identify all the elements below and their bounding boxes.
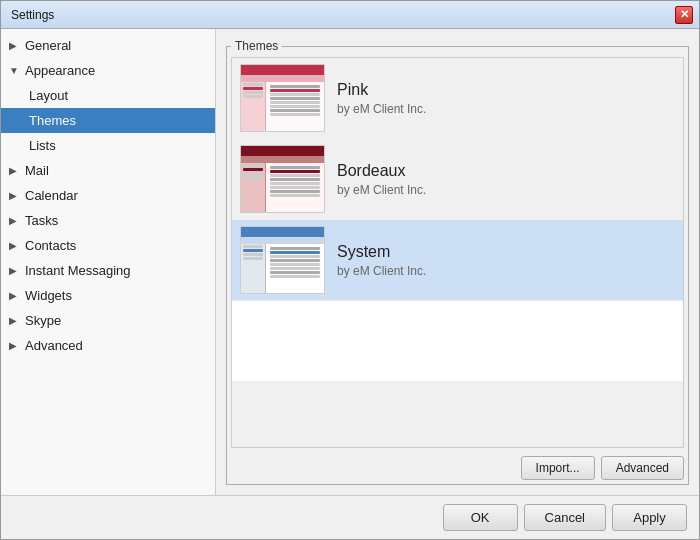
chevron-right-icon-calendar: ▶ (9, 190, 21, 201)
sidebar-item-calendar[interactable]: ▶ Calendar (1, 183, 215, 208)
theme-author-bordeaux: by eM Client Inc. (337, 183, 675, 197)
sidebar-item-lists[interactable]: Lists (1, 133, 215, 158)
themes-legend: Themes (231, 39, 282, 53)
theme-name-pink: Pink (337, 81, 675, 99)
theme-name-bordeaux: Bordeaux (337, 162, 675, 180)
themes-list[interactable]: Pink by eM Client Inc. (231, 57, 684, 448)
cancel-button[interactable]: Cancel (524, 504, 606, 531)
theme-preview-pink (240, 64, 325, 132)
theme-info-bordeaux: Bordeaux by eM Client Inc. (337, 162, 675, 197)
themes-action-buttons: Import... Advanced (231, 456, 684, 480)
title-bar: Settings ✕ (1, 1, 699, 29)
sidebar-item-skype[interactable]: ▶ Skype (1, 308, 215, 333)
theme-item-pink[interactable]: Pink by eM Client Inc. (232, 58, 683, 139)
sidebar-item-tasks[interactable]: ▶ Tasks (1, 208, 215, 233)
chevron-right-icon: ▶ (9, 40, 21, 51)
theme-name-system: System (337, 243, 675, 261)
theme-author-system: by eM Client Inc. (337, 264, 675, 278)
themes-fieldset: Themes (226, 39, 689, 485)
sidebar: ▶ General ▼ Appearance Layout Themes Lis… (1, 29, 216, 495)
chevron-right-icon-skype: ▶ (9, 315, 21, 326)
sidebar-item-instant-messaging[interactable]: ▶ Instant Messaging (1, 258, 215, 283)
theme-preview-system (240, 226, 325, 294)
sidebar-item-general[interactable]: ▶ General (1, 33, 215, 58)
close-button[interactable]: ✕ (675, 6, 693, 24)
theme-item-bordeaux[interactable]: Bordeaux by eM Client Inc. (232, 139, 683, 220)
chevron-right-icon-tasks: ▶ (9, 215, 21, 226)
dialog-footer: OK Cancel Apply (1, 495, 699, 539)
sidebar-item-widgets[interactable]: ▶ Widgets (1, 283, 215, 308)
chevron-right-icon-mail: ▶ (9, 165, 21, 176)
theme-author-pink: by eM Client Inc. (337, 102, 675, 116)
chevron-right-icon-im: ▶ (9, 265, 21, 276)
sidebar-item-layout[interactable]: Layout (1, 83, 215, 108)
theme-info-pink: Pink by eM Client Inc. (337, 81, 675, 116)
main-content: Themes (216, 29, 699, 495)
empty-space (232, 301, 683, 381)
theme-info-system: System by eM Client Inc. (337, 243, 675, 278)
chevron-right-icon-widgets: ▶ (9, 290, 21, 301)
dialog-body: ▶ General ▼ Appearance Layout Themes Lis… (1, 29, 699, 495)
sidebar-item-advanced[interactable]: ▶ Advanced (1, 333, 215, 358)
import-button[interactable]: Import... (521, 456, 595, 480)
sidebar-item-themes[interactable]: Themes (1, 108, 215, 133)
apply-button[interactable]: Apply (612, 504, 687, 531)
theme-item-system[interactable]: System by eM Client Inc. (232, 220, 683, 301)
advanced-button[interactable]: Advanced (601, 456, 684, 480)
sidebar-item-appearance[interactable]: ▼ Appearance (1, 58, 215, 83)
theme-preview-bordeaux (240, 145, 325, 213)
sidebar-item-contacts[interactable]: ▶ Contacts (1, 233, 215, 258)
chevron-down-icon: ▼ (9, 65, 21, 76)
settings-dialog: Settings ✕ ▶ General ▼ Appearance Layout… (0, 0, 700, 540)
dialog-title: Settings (11, 8, 54, 22)
sidebar-item-mail[interactable]: ▶ Mail (1, 158, 215, 183)
ok-button[interactable]: OK (443, 504, 518, 531)
chevron-right-icon-advanced: ▶ (9, 340, 21, 351)
chevron-right-icon-contacts: ▶ (9, 240, 21, 251)
